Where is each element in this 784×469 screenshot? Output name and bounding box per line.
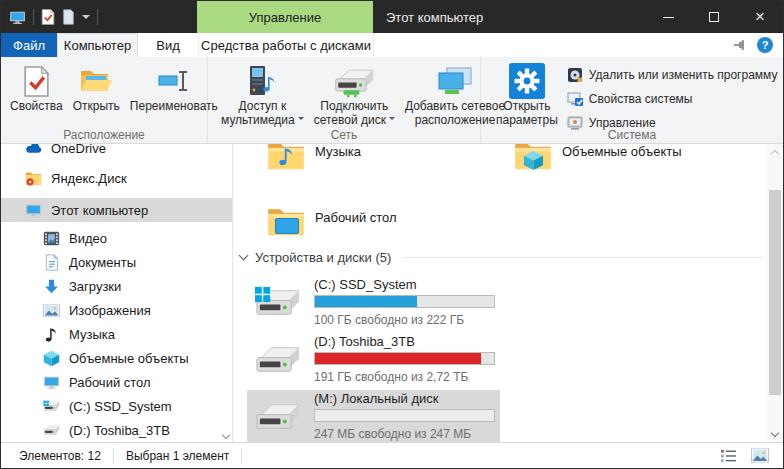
thumbnails-view-icon xyxy=(751,448,769,463)
group-label-system: Система xyxy=(481,128,783,142)
window-title: Этот компьютер xyxy=(386,1,483,33)
tab-computer[interactable]: Компьютер xyxy=(57,33,138,57)
qat-customize-chevron-icon[interactable] xyxy=(82,15,90,23)
drives-section-header[interactable]: Устройства и диски (5) xyxy=(240,250,763,265)
open-button[interactable]: Открыть xyxy=(68,60,125,116)
media-server-icon xyxy=(245,64,279,98)
ribbon-tab-row: Файл Компьютер Вид Средства работы с дис… xyxy=(1,33,783,57)
help-icon[interactable]: ? xyxy=(757,37,773,53)
this-pc-icon xyxy=(25,202,42,219)
drive-icon xyxy=(43,422,60,439)
capacity-bar xyxy=(314,295,495,308)
desktop-screen-icon xyxy=(275,218,299,234)
ribbon-group-system: Открыть параметры Удалить или изменить п… xyxy=(481,57,783,143)
scroll-up-button[interactable] xyxy=(767,144,783,160)
sidebar-item-3d-objects[interactable]: Объемные объекты xyxy=(1,346,232,370)
pin-ribbon-icon[interactable] xyxy=(733,38,747,52)
qat-separator xyxy=(97,9,98,25)
window-controls: × xyxy=(645,1,783,33)
capacity-bar-fill xyxy=(315,296,417,307)
group-label-location: Расположение xyxy=(1,128,207,142)
drive-tile-d[interactable]: (D:) Toshiba_3TB 191 ГБ свободно из 2,72… xyxy=(247,333,500,388)
open-folder-icon xyxy=(79,67,113,95)
maximize-icon xyxy=(709,12,719,22)
tab-disk-tools[interactable]: Средства работы с дисками xyxy=(198,33,374,57)
documents-icon xyxy=(43,254,60,271)
ribbon-group-location: Свойства Открыть Переименовать Расположе… xyxy=(1,57,208,143)
yandex-disk-icon xyxy=(25,170,42,187)
capacity-bar-fill xyxy=(315,353,481,364)
drive-tile-c[interactable]: (C:) SSD_System 100 ГБ свободно из 222 Г… xyxy=(247,276,500,331)
folder-tile-music[interactable]: Музыка xyxy=(267,144,514,194)
map-network-drive-button[interactable]: Подключить сетевой диск xyxy=(309,60,400,130)
tab-file[interactable]: Файл xyxy=(1,33,57,57)
close-button[interactable]: × xyxy=(737,1,783,33)
items-count: Элементов: 12 xyxy=(19,449,101,463)
capacity-bar xyxy=(314,409,495,422)
minimize-button[interactable] xyxy=(645,1,691,33)
sidebar-item-this-pc[interactable]: Этот компьютер xyxy=(1,198,232,222)
desktop-icon xyxy=(43,374,60,391)
drive-icon xyxy=(254,342,301,379)
media-access-button[interactable]: Доступ к мультимедиа xyxy=(216,60,309,130)
sidebar-item-video[interactable]: Видео xyxy=(1,226,232,250)
details-view-button[interactable] xyxy=(719,448,737,464)
qat-separator xyxy=(33,9,34,25)
navigation-pane: OneDrive Яндекс.Диск Этот компьютер Виде… xyxy=(1,144,233,442)
maximize-button[interactable] xyxy=(691,1,737,33)
sidebar-item-pictures[interactable]: Изображения xyxy=(1,298,232,322)
qat-properties-icon[interactable] xyxy=(41,9,55,25)
group-label-network: Сеть xyxy=(208,128,480,142)
system-properties-button[interactable]: Свойства системы xyxy=(567,90,778,108)
two-monitors-icon xyxy=(437,66,473,96)
sidebar-item-desktop[interactable]: Рабочий стол xyxy=(1,370,232,394)
properties-button[interactable]: Свойства xyxy=(5,60,68,116)
vertical-scrollbar[interactable] xyxy=(767,144,783,442)
system-drive-icon xyxy=(254,285,301,322)
status-bar: Элементов: 12 Выбран 1 элемент xyxy=(1,442,783,468)
capacity-bar xyxy=(314,352,495,365)
chevron-up-icon xyxy=(771,149,779,157)
selection-status: Выбран 1 элемент xyxy=(126,449,229,463)
explorer-window: Управление Этот компьютер × Файл Компьют… xyxy=(0,0,784,469)
system-properties-icon xyxy=(567,91,583,107)
pictures-icon xyxy=(43,302,60,319)
thumbnails-view-button[interactable] xyxy=(751,448,769,464)
network-drive-icon xyxy=(333,64,375,99)
titlebar: Управление Этот компьютер × xyxy=(1,1,783,33)
sidebar-item-music[interactable]: Музыка xyxy=(1,322,232,346)
uninstall-program-icon xyxy=(567,67,583,83)
file-list-pane: Музыка Объемные объекты Рабочий стол Уст… xyxy=(234,144,767,442)
minimize-icon xyxy=(663,17,674,18)
drive-tile-m[interactable]: (M:) Локальный диск 247 МБ свободно из 2… xyxy=(247,390,500,442)
status-divider xyxy=(113,449,114,463)
close-icon: × xyxy=(755,7,765,27)
music-note-icon xyxy=(278,145,295,167)
3d-cube-icon xyxy=(43,350,60,367)
tab-view[interactable]: Вид xyxy=(138,33,198,57)
quick-access-toolbar xyxy=(9,1,98,33)
collapse-chevron-icon[interactable] xyxy=(239,251,249,261)
dropdown-arrow-icon xyxy=(389,117,395,123)
scrollbar-thumb[interactable] xyxy=(769,190,781,395)
settings-gear-icon xyxy=(509,63,545,99)
rename-icon xyxy=(157,68,191,94)
sidebar-item-documents[interactable]: Документы xyxy=(1,250,232,274)
system-drive-icon xyxy=(43,398,60,415)
section-divider xyxy=(403,257,763,258)
sidebar-item-downloads[interactable]: Загрузки xyxy=(1,274,232,298)
onedrive-cloud-icon xyxy=(25,144,42,157)
scroll-down-button[interactable] xyxy=(767,426,783,442)
sidebar-item-onedrive[interactable]: OneDrive xyxy=(1,144,232,160)
open-settings-button[interactable]: Открыть параметры xyxy=(491,60,563,130)
downloads-icon xyxy=(43,278,60,295)
contextual-tab-group-header[interactable]: Управление xyxy=(197,1,373,33)
folder-tile-3d-objects[interactable]: Объемные объекты xyxy=(514,144,761,194)
video-icon xyxy=(43,230,60,247)
sidebar-item-yandex-disk[interactable]: Яндекс.Диск xyxy=(1,166,232,190)
sidebar-item-drive-d[interactable]: (D:) Toshiba_3TB xyxy=(1,418,232,442)
chevron-down-icon xyxy=(771,428,779,436)
sidebar-item-drive-c[interactable]: (C:) SSD_System xyxy=(1,394,232,418)
qat-new-item-icon[interactable] xyxy=(62,9,75,25)
uninstall-program-button[interactable]: Удалить или изменить программу xyxy=(567,66,778,84)
